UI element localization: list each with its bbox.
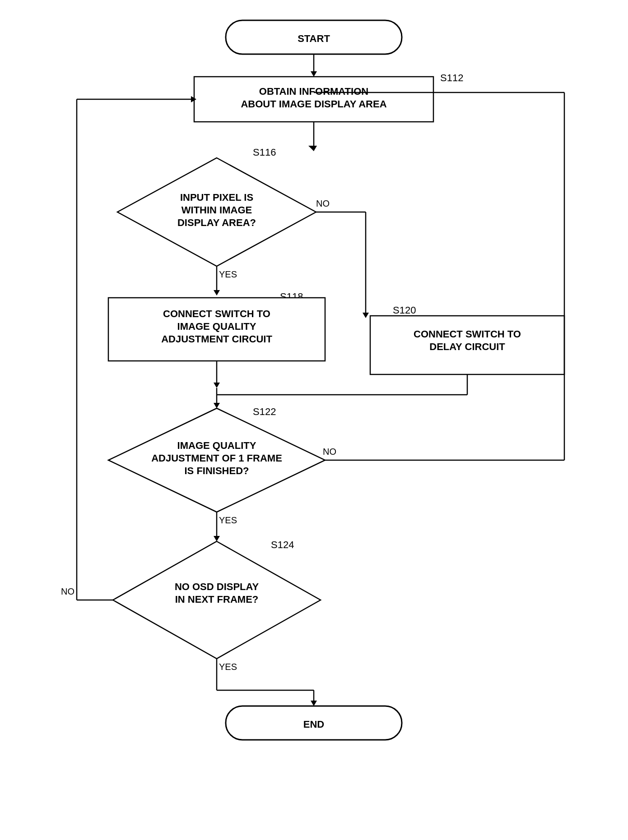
start-label: START: [298, 33, 330, 44]
s116-line2: WITHIN IMAGE: [181, 204, 252, 216]
s116-yes: YES: [219, 269, 237, 279]
svg-marker-21: [214, 403, 220, 408]
svg-marker-28: [214, 536, 220, 541]
svg-marker-39: [308, 146, 315, 151]
s122-line3: IS FINISHED?: [184, 465, 249, 476]
s116-step: S116: [253, 147, 276, 158]
s112-step: S112: [440, 72, 463, 83]
s122-no: NO: [323, 447, 336, 457]
s118-line3: ADJUSTMENT CIRCUIT: [161, 333, 272, 345]
s124-line1: NO OSD DISPLAY: [175, 581, 259, 592]
s124-line2: IN NEXT FRAME?: [175, 594, 259, 605]
s112-line2: ABOUT IMAGE DISPLAY AREA: [241, 98, 386, 110]
s120-step: S120: [393, 305, 416, 316]
diagram-container: START OBTAIN INFORMATION ABOUT IMAGE DIS…: [0, 0, 628, 840]
s118-line2: IMAGE QUALITY: [177, 321, 256, 332]
s122-line2: ADJUSTMENT OF 1 FRAME: [151, 452, 282, 464]
end-label: END: [303, 719, 324, 730]
s120-line2: DELAY CIRCUIT: [429, 341, 505, 352]
s122-step: S122: [253, 406, 276, 417]
s116-line1: INPUT PIXEL IS: [180, 192, 253, 203]
s122-yes: YES: [219, 515, 237, 525]
s124-step: S124: [271, 539, 294, 550]
svg-marker-12: [363, 313, 369, 318]
s116-line3: DISPLAY AREA?: [177, 217, 256, 228]
svg-marker-2: [311, 71, 317, 77]
s116-no: NO: [316, 198, 330, 208]
s120-line1: CONNECT SWITCH TO: [414, 328, 521, 340]
s118-line1: CONNECT SWITCH TO: [163, 308, 270, 319]
s124-no: NO: [61, 586, 74, 596]
s124-yes: YES: [219, 662, 237, 672]
svg-marker-16: [214, 383, 220, 388]
s112-line1: OBTAIN INFORMATION: [259, 86, 368, 97]
svg-marker-37: [311, 701, 317, 706]
svg-marker-9: [214, 290, 220, 295]
s122-line1: IMAGE QUALITY: [177, 440, 256, 451]
